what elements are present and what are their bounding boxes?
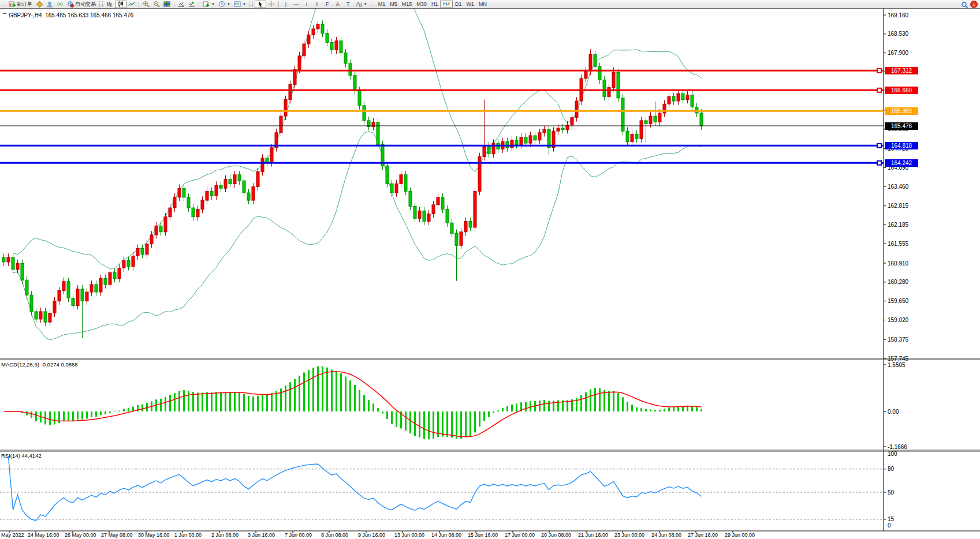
candle-body — [132, 256, 135, 267]
shapes-tool[interactable]: ▼ — [353, 1, 369, 8]
candle-body — [686, 95, 689, 100]
bar-chart-button[interactable] — [105, 1, 115, 8]
community-button[interactable] — [44, 1, 55, 8]
tf-m30[interactable]: M30 — [414, 1, 429, 8]
text-tool[interactable]: A — [333, 1, 343, 8]
toolbar-grip[interactable] — [2, 1, 5, 7]
periods-button[interactable]: ▼ — [217, 1, 232, 8]
main-toolbar: 新订单 自动交易 ▼ ▼ ▼ | — / ⫽ F A T ▼ — [0, 0, 980, 9]
candle-body — [155, 226, 158, 235]
price-tick-label: 168.530 — [888, 31, 909, 37]
notification-badge[interactable]: 1 — [970, 1, 978, 8]
horizontal-line-tool[interactable]: — — [291, 1, 301, 8]
market-button[interactable] — [34, 1, 44, 8]
candle-body — [182, 188, 185, 197]
gold-diamond-icon — [36, 1, 43, 8]
candle-body — [353, 76, 356, 91]
tile-windows-button[interactable] — [162, 1, 172, 8]
time-axis-label: 29 Jun 00:00 — [725, 532, 755, 538]
zoom-in-button[interactable] — [141, 1, 151, 8]
candle-body — [644, 121, 647, 123]
rsi-axis-label: 100 — [888, 451, 897, 457]
time-axis-label: 21 Jun 16:00 — [578, 532, 608, 538]
candle-body — [584, 71, 587, 78]
channel-tool[interactable]: ⫽ — [312, 1, 322, 8]
candle-body — [524, 137, 527, 143]
candle-body — [2, 257, 5, 262]
candle-body — [538, 133, 541, 140]
candle-body — [316, 24, 319, 29]
dropdown-arrow-icon: ▼ — [364, 2, 367, 6]
candle-body — [474, 191, 476, 227]
candle-body — [39, 312, 42, 319]
cursor-arrow-icon — [257, 1, 264, 8]
price-tick-label: 159.650 — [888, 298, 909, 304]
chart-shift-button[interactable] — [187, 1, 197, 8]
candle-body — [252, 187, 255, 200]
tf-mn[interactable]: MN — [476, 1, 489, 8]
candle-body — [224, 179, 227, 189]
rsi-panel: 8050151000 — [0, 451, 897, 529]
trendline-tool[interactable]: / — [301, 1, 312, 8]
candle-body — [284, 99, 287, 116]
price-level-badge: 165.969 — [885, 107, 918, 115]
chart-shift-icon — [188, 1, 195, 8]
candle-body — [700, 113, 703, 126]
candlestick-button[interactable] — [115, 1, 126, 8]
auto-trading-button[interactable]: 自动交易 — [65, 1, 98, 8]
candle-body — [146, 244, 148, 254]
line-handle[interactable] — [877, 161, 881, 165]
candle-body — [520, 137, 523, 145]
auto-scroll-button[interactable] — [176, 1, 187, 8]
tf-m15[interactable]: M15 — [400, 1, 415, 8]
panel-frame — [0, 8, 980, 531]
line-handle[interactable] — [877, 144, 881, 148]
candle-body — [344, 53, 347, 63]
signals-button[interactable] — [55, 1, 65, 8]
time-axis-label: 7 Jun 00:00 — [285, 532, 312, 538]
zoom-out-button[interactable] — [151, 1, 162, 8]
toolbar-grip[interactable] — [99, 1, 103, 7]
templates-button[interactable]: ▼ — [232, 1, 248, 8]
candle-body — [307, 35, 310, 44]
dropdown-arrow-icon: ▼ — [211, 2, 215, 6]
indicators-button[interactable]: ▼ — [201, 1, 217, 8]
cursor-button[interactable] — [255, 1, 266, 8]
toolbar-grip[interactable] — [249, 1, 253, 7]
auto-trading-icon — [67, 1, 74, 8]
candle-body — [631, 134, 634, 141]
candle-body — [635, 134, 638, 139]
toolbar-grip[interactable] — [371, 1, 374, 7]
crosshair-button[interactable] — [266, 1, 277, 8]
candle-body — [455, 233, 458, 245]
candle-body — [460, 232, 463, 245]
tf-h1[interactable]: H1 — [429, 1, 441, 8]
tf-h4[interactable]: H4 — [440, 1, 453, 8]
line-handle[interactable] — [877, 88, 881, 92]
new-order-button[interactable]: 新订单 — [7, 1, 34, 8]
line-chart-button[interactable] — [126, 1, 137, 8]
time-axis-label: 3 Jun 16:00 — [248, 532, 275, 538]
macd-indicator-label: MACD(12,26,9) -0.0274 0.0868 — [1, 361, 78, 368]
candle-body — [76, 289, 79, 306]
bollinger-bands — [13, 0, 702, 340]
tf-m5[interactable]: M5 — [387, 1, 400, 8]
time-axis-label: 27 Jun 16:00 — [688, 532, 718, 538]
line-handle[interactable] — [877, 69, 881, 73]
time-axis-label: May 2022 — [1, 532, 24, 538]
candle-body — [557, 128, 560, 131]
chart-area[interactable]: 169.160168.530167.900167.270166.640165.9… — [0, 0, 980, 539]
search-icon[interactable] — [961, 1, 968, 8]
tf-w1[interactable]: W1 — [464, 1, 476, 8]
price-level-badge: 167.312 — [885, 67, 918, 74]
label-tool[interactable]: T — [343, 1, 353, 8]
profile-cloud-icon — [46, 1, 53, 8]
vertical-line-tool[interactable]: | — [281, 1, 291, 8]
tf-m1[interactable]: M1 — [376, 1, 388, 8]
tf-d1[interactable]: D1 — [453, 1, 464, 8]
macd-panel: 1.55050.00-1.1666 — [4, 362, 908, 450]
candle-body — [256, 172, 259, 187]
fibonacci-tool[interactable]: F — [322, 1, 333, 8]
channel-icon: ⫽ — [314, 1, 321, 8]
candle-body — [409, 191, 412, 206]
